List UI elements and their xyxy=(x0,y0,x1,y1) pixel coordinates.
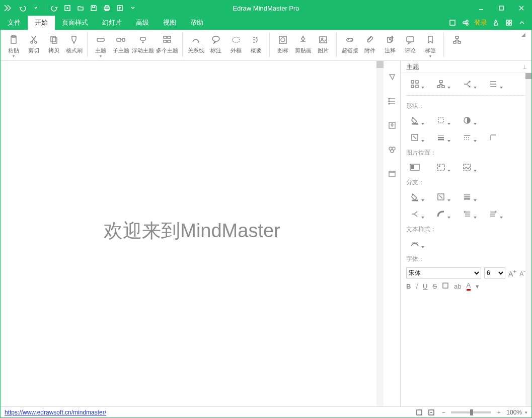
minimize-button[interactable] xyxy=(471,1,491,16)
tag-button[interactable]: 标签▾ xyxy=(420,32,440,59)
side-icons-icon[interactable] xyxy=(386,119,398,131)
canvas-area[interactable]: 欢迎来到MindMaster xyxy=(1,61,384,406)
export-icon[interactable] xyxy=(114,2,126,14)
boundary-button[interactable]: 外框 xyxy=(226,32,246,59)
italic-button[interactable]: I xyxy=(416,283,418,290)
svg-point-17 xyxy=(35,41,37,43)
open-icon[interactable] xyxy=(74,2,87,14)
tab-view[interactable]: 视图 xyxy=(156,16,183,30)
topic-button[interactable]: 主题▾ xyxy=(91,32,111,59)
layout-number-icon[interactable] xyxy=(485,78,502,90)
zoom-in-icon[interactable]: + xyxy=(494,408,503,417)
layout-tree-icon[interactable] xyxy=(432,78,449,90)
copy-button[interactable]: 拷贝 xyxy=(44,32,64,59)
svg-rect-23 xyxy=(140,37,145,40)
highlight-icon[interactable] xyxy=(442,282,449,291)
svg-rect-27 xyxy=(164,40,167,42)
img-pos-right-icon[interactable] xyxy=(459,161,476,173)
shape-style-icon[interactable] xyxy=(432,114,449,126)
icon-button[interactable]: 图标 xyxy=(273,32,293,59)
tab-slides[interactable]: 幻灯片 xyxy=(95,16,129,30)
svg-rect-6 xyxy=(450,20,455,25)
subtopic-button[interactable]: 子主题 xyxy=(111,32,131,59)
branch-weight-icon[interactable] xyxy=(459,191,476,203)
layout-branch-icon[interactable] xyxy=(459,78,476,90)
border-weight-icon[interactable] xyxy=(432,131,449,144)
fullscreen-icon[interactable] xyxy=(448,18,457,27)
img-pos-center-icon[interactable] xyxy=(432,161,449,173)
branch-arrow-start-icon[interactable] xyxy=(459,208,476,220)
branch-style-icon[interactable] xyxy=(432,191,449,203)
panel-vscrollbar[interactable] xyxy=(525,73,531,406)
branch-connector-icon[interactable] xyxy=(406,208,423,220)
callout-button[interactable]: 标注 xyxy=(206,32,226,59)
side-task-icon[interactable] xyxy=(386,168,398,180)
multiple-topic-button[interactable]: 多个主题 xyxy=(155,32,179,59)
layout-grid-icon[interactable] xyxy=(406,78,423,90)
more-font-icon[interactable]: ▾ xyxy=(476,283,479,290)
text-effect-icon[interactable]: ab xyxy=(454,283,461,290)
comment-button[interactable]: 评论 xyxy=(400,32,420,59)
login-button[interactable]: 登录 xyxy=(474,18,487,27)
branch-color-icon[interactable] xyxy=(406,191,423,203)
tab-help[interactable]: 帮助 xyxy=(183,16,210,30)
fit-width-icon[interactable] xyxy=(427,408,436,417)
ribbon-launcher-icon[interactable]: ◢ xyxy=(521,32,528,39)
bold-button[interactable]: B xyxy=(406,283,411,290)
tab-pagestyle[interactable]: 页面样式 xyxy=(55,16,95,30)
zoom-slider[interactable] xyxy=(451,411,491,413)
corner-icon[interactable] xyxy=(485,131,502,144)
font-size-select[interactable]: 6 xyxy=(484,267,505,278)
tab-start[interactable]: 开始 xyxy=(28,16,55,30)
theme-icon[interactable] xyxy=(491,18,500,27)
grid-icon[interactable] xyxy=(504,18,513,27)
underline-button[interactable]: U xyxy=(423,283,427,290)
side-clipart-icon[interactable] xyxy=(386,144,398,156)
status-link[interactable]: https://www.edrawsoft.cn/mindmaster/ xyxy=(5,409,106,416)
save-icon[interactable] xyxy=(88,2,100,14)
strike-button[interactable]: S xyxy=(432,283,437,290)
pin-icon[interactable]: ⟂ xyxy=(523,63,526,71)
border-style-icon[interactable] xyxy=(406,131,423,144)
border-dash-icon[interactable] xyxy=(459,131,476,144)
side-outline-icon[interactable] xyxy=(386,95,398,107)
fit-page-icon[interactable] xyxy=(415,408,424,417)
tab-advanced[interactable]: 高级 xyxy=(129,16,156,30)
branch-arrow-end-icon[interactable] xyxy=(485,208,502,220)
svg-point-16 xyxy=(31,41,33,43)
qat-more-icon[interactable] xyxy=(127,2,139,14)
format-painter-button[interactable]: 格式刷 xyxy=(64,32,84,59)
image-button[interactable]: 图片 xyxy=(313,32,333,59)
undo-icon[interactable] xyxy=(17,2,29,14)
side-format-icon[interactable] xyxy=(386,71,398,83)
collapse-ribbon-icon[interactable] xyxy=(517,18,526,27)
attachment-button[interactable]: 附件 xyxy=(360,32,380,59)
relation-button[interactable]: 关系线 xyxy=(186,32,206,59)
floating-topic-button[interactable]: 浮动主题 xyxy=(131,32,155,59)
canvas-vscrollbar[interactable] xyxy=(376,61,384,406)
fill-color-icon[interactable] xyxy=(406,114,423,126)
print-icon[interactable] xyxy=(101,2,113,14)
close-button[interactable] xyxy=(511,1,531,16)
cut-button[interactable]: 剪切 xyxy=(24,32,44,59)
maximize-button[interactable] xyxy=(491,1,511,16)
text-arc-icon[interactable]: abc xyxy=(406,238,423,250)
increase-font-icon[interactable]: A+ xyxy=(508,268,516,278)
paste-button[interactable]: 粘贴▾ xyxy=(4,32,24,59)
branch-curve-icon[interactable] xyxy=(432,208,449,220)
new-icon[interactable] xyxy=(61,2,73,14)
tab-file[interactable]: 文件 xyxy=(1,16,28,30)
share-icon[interactable] xyxy=(461,18,470,27)
note-button[interactable]: 注释 xyxy=(380,32,400,59)
summary-button[interactable]: 概要 xyxy=(246,32,266,59)
layout-button[interactable] xyxy=(447,32,467,59)
redo-icon[interactable] xyxy=(48,2,60,14)
shadow-icon[interactable] xyxy=(459,114,476,126)
zoom-out-icon[interactable]: − xyxy=(439,408,448,417)
clipart-button[interactable]: 剪贴画 xyxy=(293,32,313,59)
img-pos-left-icon[interactable] xyxy=(406,161,423,173)
font-color-icon[interactable]: A xyxy=(467,282,471,291)
undo-dropdown-icon[interactable] xyxy=(30,2,42,14)
hyperlink-button[interactable]: 超链接 xyxy=(340,32,360,59)
font-name-select[interactable]: 宋体 xyxy=(406,267,481,278)
